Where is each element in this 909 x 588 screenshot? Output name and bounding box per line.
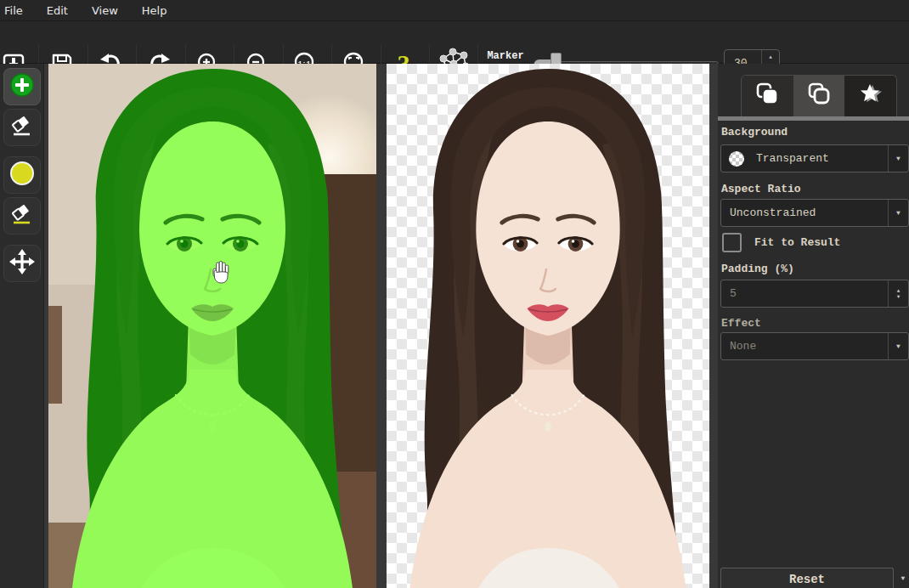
add-background-marker-tool[interactable] <box>3 156 41 194</box>
background-label: Background <box>721 126 788 139</box>
dropdown-arrow-icon[interactable]: ▼ <box>888 333 908 359</box>
result-image-transparent[interactable] <box>387 64 709 588</box>
fit-to-result-checkbox[interactable] <box>722 233 742 252</box>
padding-label: Padding (%) <box>721 263 794 275</box>
aspect-ratio-label: Aspect Ratio <box>721 183 801 195</box>
layers-filled-icon <box>754 82 780 111</box>
aspect-ratio-dropdown[interactable]: Unconstrained ▼ <box>720 199 909 227</box>
erase-background-marker-tool[interactable] <box>3 197 41 235</box>
add-foreground-marker-tool[interactable] <box>3 68 41 105</box>
spin-down-button[interactable]: ▼ <box>897 294 901 300</box>
spin-up-button[interactable]: ▲ <box>897 288 901 294</box>
source-image-with-mask[interactable] <box>48 64 376 588</box>
fit-to-result-label: Fit to Result <box>754 236 840 249</box>
reset-dropdown-arrow[interactable]: ▼ <box>897 568 909 588</box>
menu-help[interactable]: Help <box>130 0 179 21</box>
tab-layers-outline[interactable] <box>793 76 845 116</box>
padding-spinbox[interactable]: 5 ▲ ▼ <box>720 280 909 308</box>
spin-up-button[interactable]: ▲ <box>762 50 779 64</box>
move-arrows-icon <box>8 248 36 280</box>
effect-value: None <box>721 340 888 353</box>
menu-view[interactable]: View <box>80 0 130 21</box>
aspect-ratio-value: Unconstrained <box>721 206 888 219</box>
editor-canvas <box>44 64 718 588</box>
toolbar: 1:1 ? Marker Size <box>0 21 909 64</box>
dropdown-arrow-icon[interactable]: ▼ <box>888 145 908 172</box>
dropdown-arrow-icon[interactable]: ▼ <box>888 200 908 226</box>
eraser-yellow-icon <box>9 201 35 231</box>
yellow-circle-marker-icon <box>8 160 36 191</box>
padding-spin-buttons[interactable]: ▲ ▼ <box>888 280 908 307</box>
effect-label: Effect <box>721 317 761 330</box>
transparent-checker-icon <box>729 151 744 167</box>
panel-tabs <box>741 75 897 116</box>
green-plus-marker-icon <box>8 71 36 103</box>
menu-edit[interactable]: Edit <box>35 0 80 21</box>
eraser-white-icon <box>9 113 35 143</box>
tab-underline <box>718 116 909 121</box>
star-icon <box>857 81 884 112</box>
erase-foreground-marker-tool[interactable] <box>3 109 41 146</box>
reset-button[interactable]: Reset <box>720 568 894 588</box>
menu-bar: File Edit View Help <box>0 0 909 21</box>
layers-outline-icon <box>806 82 832 111</box>
background-value: Transparent <box>744 152 888 165</box>
background-dropdown[interactable]: Transparent ▼ <box>720 144 909 172</box>
tab-layers-filled[interactable] <box>742 76 793 116</box>
settings-panel: Background Transparent ▼ Aspect Ratio Un… <box>718 64 909 588</box>
padding-value[interactable]: 5 <box>721 287 888 300</box>
tool-sidebar <box>0 64 44 588</box>
tab-favorites[interactable] <box>844 76 896 116</box>
effect-dropdown[interactable]: None ▼ <box>720 332 909 360</box>
menu-file[interactable]: File <box>0 0 35 21</box>
pan-tool[interactable] <box>3 245 41 282</box>
